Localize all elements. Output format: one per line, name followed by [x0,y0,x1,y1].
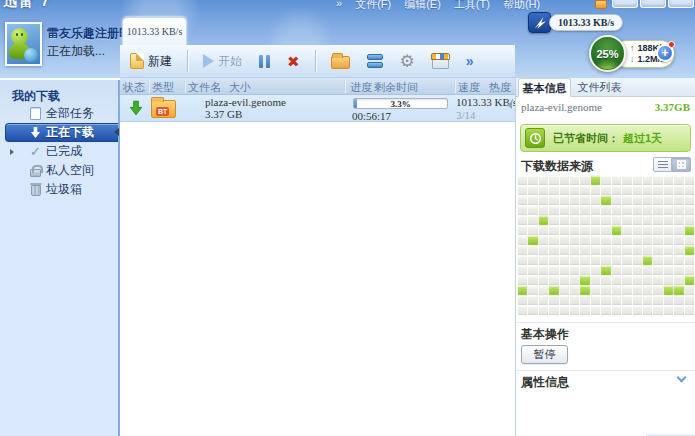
task-row[interactable]: BT plaza-evil.genome 3.37 GB 3.3% 00:56:… [120,95,515,122]
source-block [518,206,527,215]
col-remaining[interactable]: 剩余时间 [374,80,418,95]
task-list-button[interactable] [363,52,387,70]
source-block [591,306,600,315]
toolbar-overflow-button[interactable]: » [462,51,478,71]
task-heat: 3/14 [456,109,476,121]
list-view-icon [658,161,668,169]
sidebar-item-all-tasks[interactable]: 全部任务 [0,104,118,123]
source-block-active [591,176,600,185]
source-block [633,236,642,245]
detail-size: 3.37GB [655,101,690,113]
menu-overflow-chevron[interactable]: » [336,0,342,12]
source-block [539,286,548,295]
col-progress[interactable]: 进度 [350,80,372,95]
source-block [653,206,662,215]
expander-icon[interactable] [10,149,14,155]
file-icon [29,107,42,121]
menu-item-help[interactable]: 帮助(H) [503,0,540,12]
tab-total-speed[interactable]: 1013.33 KB/s [122,17,187,45]
list-view-toggle[interactable] [653,157,672,172]
task-size: 3.37 GB [205,108,242,120]
detail-panel: 基本信息 文件列表 plaza-evil.genome 3.37GB 已节省时间… [515,78,695,436]
folder-icon [331,56,350,69]
source-block [560,196,569,205]
open-folder-button[interactable] [327,51,354,71]
skin-icon[interactable] [595,0,607,9]
source-block [580,176,589,185]
source-block [539,266,548,275]
col-heat[interactable]: 热度 [489,80,511,95]
sidebar-item-completed[interactable]: ✓ 已完成 [0,142,118,161]
tab-file-list[interactable]: 文件列表 [573,78,626,97]
collapse-sidebar-arrow[interactable] [114,128,119,136]
source-block [653,226,662,235]
progress-ring-badge[interactable]: 25% [589,35,626,72]
menu-item-edit[interactable]: 编辑(E) [404,0,441,12]
source-block [685,176,694,185]
grid-view-icon [677,160,686,169]
maximize-button[interactable] [640,0,666,8]
source-block [674,256,683,265]
source-block [539,196,548,205]
col-status[interactable]: 状态 [123,80,145,95]
minimize-button[interactable] [612,0,638,8]
pause-button-toolbar[interactable] [255,53,274,70]
source-block [622,256,631,265]
source-block [674,216,683,225]
thunder-logo-icon [528,12,551,33]
avatar-eye [16,33,18,36]
source-block [643,236,652,245]
source-block [653,216,662,225]
menu-item-tools[interactable]: 工具(T) [454,0,490,12]
close-button[interactable] [668,0,694,8]
col-filename[interactable]: 文件名 [188,80,221,95]
source-block [633,276,642,285]
settings-button[interactable]: ⚙ [396,51,419,72]
user-avatar[interactable] [5,22,42,66]
source-block [570,196,579,205]
tab-basic-info[interactable]: 基本信息 [518,78,571,97]
pause-button[interactable]: 暂停 [521,345,568,364]
app-store-button[interactable] [428,52,453,71]
source-block [528,176,537,185]
sidebar-item-trash[interactable]: 垃圾箱 [0,180,118,199]
source-block [612,256,621,265]
source-block-active [685,226,694,235]
source-block [633,206,642,215]
floating-speed-indicator[interactable]: 1013.33 KB/s [528,12,623,33]
grid-view-toggle[interactable] [672,157,691,172]
sidebar-items: 全部任务 正在下载 ✓ 已完成 私人空间 垃圾箱 [0,104,118,199]
source-block [653,296,662,305]
source-block [560,256,569,265]
source-block [685,196,694,205]
sidebar-item-private-space[interactable]: 私人空间 [0,161,118,180]
source-block [549,256,558,265]
source-block [674,296,683,305]
time-saved-banner: 已节省时间： 超过1天 [520,124,691,152]
source-block [528,186,537,195]
source-block [653,266,662,275]
source-block [570,266,579,275]
source-block [633,246,642,255]
source-block [591,186,600,195]
source-block [685,296,694,305]
sidebar-item-downloading[interactable]: 正在下载 [0,123,118,142]
menu-item-file[interactable]: 文件(F) [355,0,391,12]
source-block [612,206,621,215]
delete-button[interactable]: ✖ [283,52,304,71]
source-block [674,206,683,215]
source-block [549,226,558,235]
sidebar: 我的下载 全部任务 正在下载 ✓ 已完成 私人空间 [0,80,120,436]
new-task-button[interactable]: 新建 [126,51,176,72]
col-size[interactable]: 大小 [229,80,251,95]
start-button[interactable]: 开始 [199,51,246,72]
col-type[interactable]: 类型 [152,80,174,95]
source-block [591,256,600,265]
source-block [664,226,673,235]
source-block [591,296,600,305]
source-block [612,216,621,225]
source-block [528,206,537,215]
downloading-status-icon [129,100,143,116]
col-speed[interactable]: 速度 [458,80,480,95]
collapse-right-panel-arrow[interactable] [507,101,512,109]
